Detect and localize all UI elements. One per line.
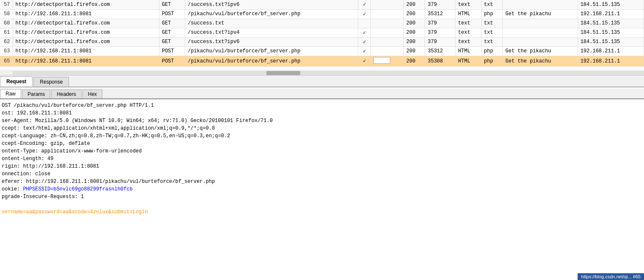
row-ext: php [481, 9, 503, 19]
row-id: 57 [0, 0, 13, 9]
tab-request[interactable]: Request [0, 76, 33, 87]
row-check: ✓ [358, 0, 371, 9]
row-id: 63 [0, 46, 13, 56]
sub-tab-params[interactable]: Params [22, 90, 50, 98]
sub-tab-raw[interactable]: Raw [0, 89, 21, 98]
row-status: 200 [403, 37, 425, 46]
checkmark-icon: ✓ [363, 39, 366, 45]
row-id: 60 [0, 19, 13, 28]
row-status: 200 [403, 56, 425, 66]
sub-tab-headers[interactable]: Headers [51, 90, 81, 98]
row-ip: 184.51.15.135 [578, 0, 644, 9]
row-comment [503, 0, 578, 9]
row-length: 35312 [425, 46, 455, 56]
row-status-box [371, 19, 404, 28]
row-comment [503, 19, 578, 28]
bottom-section: Request Response Raw Params Headers Hex … [0, 76, 644, 280]
row-url: http://detectportal.firefox.com [13, 37, 159, 46]
row-id: 65 [0, 56, 13, 66]
row-length: 379 [425, 28, 455, 37]
row-ext: txt [481, 37, 503, 46]
row-method: POST [159, 9, 185, 19]
cookie-value: PHPSESSID=bSnvlc69go88299frasnlh0fcb [23, 186, 132, 192]
row-length: 379 [425, 37, 455, 46]
checkmark-icon: ✓ [363, 30, 366, 36]
table-row[interactable]: 60 http://detectportal.firefox.com GET /… [0, 19, 644, 28]
row-status: 200 [403, 28, 425, 37]
row-status-box [371, 28, 404, 37]
row-length: 379 [425, 0, 455, 9]
row-path: /pikachu/vul/burteforce/bf_server.php [185, 56, 358, 66]
table-row[interactable]: 57 http://detectportal.firefox.com GET /… [0, 0, 644, 9]
table-row[interactable]: 62 http://detectportal.firefox.com GET /… [0, 37, 644, 46]
row-path: /success.txt?ipv4 [185, 28, 358, 37]
row-comment: Get the pikachu [503, 9, 578, 19]
row-comment: Get the pikachu [503, 56, 578, 66]
row-status-box [371, 37, 404, 46]
row-method: POST [159, 56, 185, 66]
checkmark-icon: ✓ [363, 58, 366, 64]
row-status: 200 [403, 46, 425, 56]
row-mime: text [455, 37, 481, 46]
horizontal-scrollbar[interactable] [0, 70, 644, 76]
row-status: 200 [403, 0, 425, 9]
status-box [373, 57, 390, 64]
row-ip: 192.168.211.1 [578, 9, 644, 19]
row-path: /success.txt [185, 19, 358, 28]
checkmark-icon: ✓ [363, 2, 366, 8]
row-method: GET [159, 37, 185, 46]
row-method: GET [159, 0, 185, 9]
row-status: 200 [403, 19, 425, 28]
scrollbar-track [13, 71, 644, 75]
row-check [358, 19, 371, 28]
row-ext: php [481, 56, 503, 66]
row-id: 62 [0, 37, 13, 46]
row-path: /success.txt?ipv6 [185, 0, 358, 9]
checkmark-icon: ✓ [363, 11, 366, 17]
row-length: 379 [425, 19, 455, 28]
row-url: http://192.168.211.1:8081 [13, 9, 159, 19]
row-url: http://192.168.211.1:8081 [13, 56, 159, 66]
scrollbar-thumb[interactable] [266, 71, 300, 75]
sub-tab-hex[interactable]: Hex [82, 90, 102, 98]
row-url: http://detectportal.firefox.com [13, 19, 159, 28]
row-mime: HTML [455, 46, 481, 56]
row-id: 58 [0, 9, 13, 19]
row-check: ✓ [358, 56, 371, 66]
row-ip: 184.51.15.135 [578, 28, 644, 37]
http-request-table: 57 http://detectportal.firefox.com GET /… [0, 0, 644, 67]
row-ip: 192.168.211.1 [578, 56, 644, 66]
row-method: GET [159, 19, 185, 28]
row-status-box [371, 9, 404, 19]
row-check: ✓ [358, 9, 371, 19]
request-response-tabs: Request Response [0, 76, 644, 87]
http-table-wrapper: 57 http://detectportal.firefox.com GET /… [0, 0, 644, 70]
table-row[interactable]: 61 http://detectportal.firefox.com GET /… [0, 28, 644, 37]
row-path: /pikachu/vul/burteforce/bf_server.php [185, 9, 358, 19]
row-ext: txt [481, 19, 503, 28]
row-url: http://192.168.211.1:8081 [13, 46, 159, 56]
tab-response[interactable]: Response [33, 77, 69, 87]
row-status-box [371, 0, 404, 9]
row-ip: 192.168.211.1 [578, 46, 644, 56]
row-path: /pikachu/vul/burteforce/bf_server.php [185, 46, 358, 56]
row-mime: text [455, 28, 481, 37]
row-check: ✓ [358, 37, 371, 46]
row-comment [503, 28, 578, 37]
row-path: /success.txt?ipv6 [185, 37, 358, 46]
row-ext: php [481, 46, 503, 56]
row-mime: text [455, 0, 481, 9]
table-row[interactable]: 58 http://192.168.211.1:8081 POST /pikac… [0, 9, 644, 19]
row-ext: txt [481, 0, 503, 9]
row-comment [503, 37, 578, 46]
row-length: 35308 [425, 56, 455, 66]
table-row[interactable]: 65 http://192.168.211.1:8081 POST /pikac… [0, 56, 644, 66]
post-data: sername=aa&password=aa&vcode=4znlux&subm… [2, 209, 148, 215]
row-id: 61 [0, 28, 13, 37]
row-url: http://detectportal.firefox.com [13, 28, 159, 37]
sub-tabs-bar: Raw Params Headers Hex [0, 88, 644, 99]
row-check: ✓ [358, 28, 371, 37]
row-ip: 184.51.15.135 [578, 19, 644, 28]
table-row[interactable]: 63 http://192.168.211.1:8081 POST /pikac… [0, 46, 644, 56]
row-status-box [371, 56, 404, 66]
